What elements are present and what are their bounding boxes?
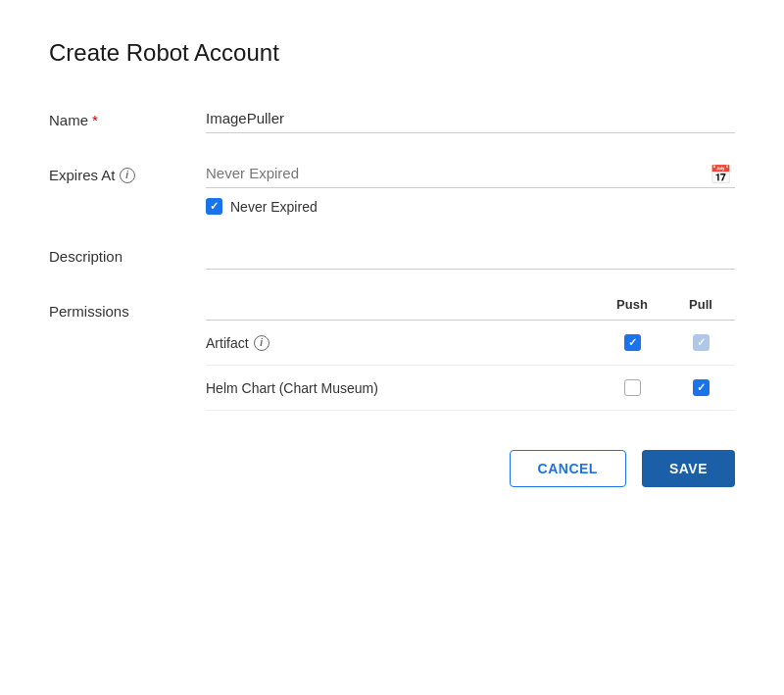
permissions-header: Push Pull	[206, 297, 735, 321]
permissions-row: Permissions Push Pull Artifact i ✓	[49, 297, 735, 411]
expires-row: Expires At i 📅 ✓ Never Expired	[49, 161, 735, 215]
never-expired-checkbox[interactable]: ✓	[206, 198, 222, 215]
artifact-pull-cell: ✓	[666, 334, 735, 351]
cancel-button[interactable]: CANCEL	[510, 450, 626, 487]
expires-input[interactable]	[206, 161, 735, 188]
description-label: Description	[49, 242, 206, 265]
expires-input-wrapper: 📅	[206, 161, 735, 188]
artifact-pull-checkbox[interactable]: ✓	[693, 334, 710, 351]
required-indicator: *	[92, 112, 98, 128]
helm-pull-checkbox[interactable]: ✓	[693, 379, 710, 396]
helm-pull-checkmark: ✓	[697, 381, 706, 394]
name-row: Name *	[49, 106, 735, 133]
page-container: Create Robot Account Name * Expires At i…	[0, 0, 784, 695]
expires-control: 📅 ✓ Never Expired	[206, 161, 735, 215]
permission-artifact-row: Artifact i ✓ ✓	[206, 321, 735, 366]
expires-info-icon[interactable]: i	[120, 168, 135, 183]
permissions-control: Push Pull Artifact i ✓	[206, 297, 735, 411]
never-expired-row: ✓ Never Expired	[206, 198, 735, 215]
footer-buttons: CANCEL SAVE	[49, 450, 735, 487]
pull-header: Pull	[666, 297, 735, 312]
description-control	[206, 242, 735, 270]
save-button[interactable]: SAVE	[642, 450, 735, 487]
permission-helm-row: Helm Chart (Chart Museum) ✓	[206, 366, 735, 411]
artifact-info-icon[interactable]: i	[254, 335, 270, 351]
calendar-icon[interactable]: 📅	[710, 164, 731, 185]
artifact-pull-checkmark: ✓	[697, 336, 706, 349]
permissions-label: Permissions	[49, 297, 206, 320]
page-title: Create Robot Account	[49, 39, 735, 67]
helm-push-cell	[598, 379, 666, 396]
never-expired-label: Never Expired	[230, 199, 318, 215]
artifact-name: Artifact i	[206, 335, 598, 351]
push-header: Push	[598, 297, 666, 312]
expires-label: Expires At i	[49, 161, 206, 183]
helm-name: Helm Chart (Chart Museum)	[206, 380, 598, 396]
name-label: Name *	[49, 106, 206, 128]
description-input[interactable]	[206, 242, 735, 270]
helm-push-checkbox[interactable]	[624, 379, 641, 396]
description-row: Description	[49, 242, 735, 270]
artifact-push-checkmark: ✓	[628, 336, 637, 349]
name-input[interactable]	[206, 106, 735, 133]
artifact-push-checkbox[interactable]: ✓	[624, 334, 641, 351]
name-control	[206, 106, 735, 133]
create-robot-form: Name * Expires At i 📅 ✓	[49, 106, 735, 487]
checkmark-icon: ✓	[210, 200, 219, 213]
artifact-push-cell: ✓	[598, 334, 666, 351]
helm-pull-cell: ✓	[666, 379, 735, 396]
